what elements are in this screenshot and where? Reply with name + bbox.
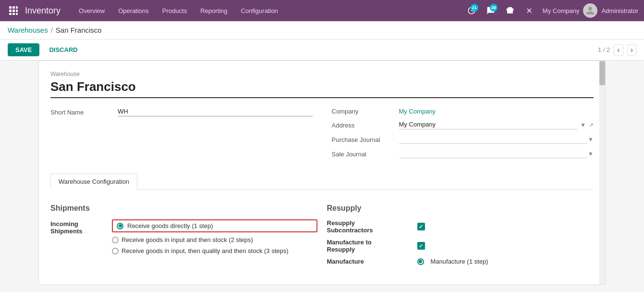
company-value[interactable]: My Company	[399, 108, 436, 115]
breadcrumb-current: San Francisco	[56, 26, 102, 34]
incoming-shipments-row: Incoming Shipments Receive goods directl…	[50, 219, 317, 254]
next-button[interactable]: ›	[627, 44, 636, 56]
config-section: Shipments Incoming Shipments Receive goo…	[50, 199, 594, 275]
manufacture-resupply-label: Manufacture toResupply	[327, 239, 413, 253]
nav-admin[interactable]: Administrator	[601, 7, 638, 14]
shipments-section: Shipments Incoming Shipments Receive goo…	[50, 204, 317, 270]
messages-icon[interactable]: 38	[483, 3, 498, 18]
resupply-subcontractors-label: ResupplySubcontractors	[327, 219, 413, 234]
manufacture-label: Manufacture	[327, 258, 413, 265]
short-name-value[interactable]: WH	[118, 108, 313, 116]
breadcrumb-separator: /	[51, 26, 53, 34]
pagination-text: 1 / 2	[598, 46, 610, 53]
resupply-title: Resupply	[327, 204, 594, 213]
company-field: Company My Company	[332, 108, 594, 115]
address-value[interactable]: My Company	[399, 121, 578, 129]
prev-button[interactable]: ‹	[614, 44, 623, 56]
svg-rect-2	[16, 6, 18, 9]
scrollbar-thumb	[599, 61, 605, 85]
address-label: Address	[332, 122, 399, 129]
svg-rect-4	[12, 10, 15, 12]
fields-grid: Short Name WH Company My Company Address…	[50, 108, 594, 164]
nav-company[interactable]: My Company	[543, 7, 580, 14]
breadcrumb-link[interactable]: Warehouses	[8, 26, 48, 34]
nav-reporting[interactable]: Reporting	[194, 0, 234, 21]
svg-rect-0	[9, 6, 12, 9]
sale-journal-value[interactable]	[399, 150, 588, 158]
nav-right-actions: 21 38 My Company Administrator	[464, 3, 638, 18]
incoming-shipments-label: Incoming Shipments	[50, 219, 108, 235]
app-title: Inventory	[25, 6, 61, 16]
scrollbar-track[interactable]	[599, 61, 605, 284]
manufacture-resupply-checkbox[interactable]	[417, 242, 425, 250]
messages-badge: 38	[490, 4, 498, 12]
gift-icon[interactable]	[502, 3, 518, 18]
left-fields: Short Name WH	[50, 108, 313, 164]
purchase-journal-field: Purchase Journal ▼	[332, 135, 594, 144]
top-navigation: Inventory Overview Operations Products R…	[0, 0, 644, 21]
sale-journal-field: Sale Journal ▼	[332, 150, 594, 158]
save-button[interactable]: SAVE	[8, 43, 39, 56]
radio-option-1[interactable]	[117, 223, 123, 229]
svg-rect-5	[16, 10, 18, 12]
radio-option-2-label: Receive goods in input and then stock (2…	[122, 236, 253, 243]
nav-menu: Overview Operations Products Reporting C…	[72, 0, 464, 21]
activity-badge: 21	[471, 4, 478, 12]
nav-configuration[interactable]: Configuration	[234, 0, 285, 21]
address-select: My Company ▼ ↗	[399, 121, 594, 129]
manufacture-row: Manufacture Manufacture (1 step)	[327, 258, 594, 265]
svg-rect-7	[12, 13, 15, 15]
incoming-option-2: Receive goods in input and then stock (2…	[112, 236, 317, 243]
main-content: Warehouse San Francisco Short Name WH Co…	[0, 61, 644, 290]
resupply-subcontractors-checkbox[interactable]	[417, 223, 425, 230]
right-fields: Company My Company Address My Company ▼ …	[332, 108, 594, 164]
address-dropdown-arrow[interactable]: ▼	[580, 122, 586, 128]
address-external-link[interactable]: ↗	[589, 122, 594, 128]
activity-icon[interactable]: 21	[464, 3, 479, 18]
pagination-control: 1 / 2 ‹ ›	[598, 44, 636, 56]
address-field: Address My Company ▼ ↗	[332, 121, 594, 129]
manufacture-radio[interactable]	[417, 258, 424, 265]
svg-rect-6	[9, 13, 12, 15]
warehouse-name[interactable]: San Francisco	[50, 79, 594, 98]
manufacture-resupply-row: Manufacture toResupply	[327, 239, 594, 253]
sale-journal-arrow[interactable]: ▼	[588, 151, 594, 157]
shipments-title: Shipments	[50, 204, 317, 213]
purchase-journal-value[interactable]	[399, 135, 588, 144]
purchase-journal-select: ▼	[399, 135, 594, 144]
svg-rect-1	[12, 6, 15, 9]
warehouse-label: Warehouse	[50, 71, 594, 77]
company-label: Company	[332, 108, 399, 115]
short-name-field: Short Name WH	[50, 108, 313, 116]
sale-journal-select: ▼	[399, 150, 594, 158]
tab-bar: Warehouse Configuration	[50, 174, 594, 190]
breadcrumb: Warehouses / San Francisco	[0, 21, 644, 39]
tab-warehouse-configuration[interactable]: Warehouse Configuration	[50, 174, 137, 190]
resupply-subcontractors-row: ResupplySubcontractors	[327, 219, 594, 234]
sale-journal-label: Sale Journal	[332, 151, 399, 158]
close-icon[interactable]	[522, 3, 537, 18]
incoming-options: Receive goods directly (1 step) Receive …	[112, 219, 317, 254]
radio-option-3-label: Receive goods in input, then quality and…	[122, 247, 289, 254]
action-left: SAVE DISCARD	[8, 43, 84, 56]
radio-option-2[interactable]	[112, 237, 119, 243]
nav-products[interactable]: Products	[156, 0, 194, 21]
purchase-journal-label: Purchase Journal	[332, 136, 399, 143]
radio-option-1-label: Receive goods directly (1 step)	[127, 222, 213, 229]
avatar[interactable]	[583, 3, 597, 18]
short-name-label: Short Name	[50, 109, 118, 116]
purchase-journal-arrow[interactable]: ▼	[588, 136, 594, 143]
action-bar: SAVE DISCARD 1 / 2 ‹ ›	[0, 39, 644, 61]
discard-button[interactable]: DISCARD	[43, 43, 83, 56]
nav-overview[interactable]: Overview	[72, 0, 111, 21]
incoming-option-1-highlight: Receive goods directly (1 step)	[112, 219, 317, 232]
radio-option-3[interactable]	[112, 248, 119, 254]
warehouse-name-section: Warehouse San Francisco	[50, 71, 594, 98]
nav-operations[interactable]: Operations	[111, 0, 156, 21]
svg-rect-8	[16, 13, 18, 15]
grid-icon[interactable]	[6, 3, 21, 18]
form-card: Warehouse San Francisco Short Name WH Co…	[38, 61, 606, 285]
incoming-option-3: Receive goods in input, then quality and…	[112, 247, 317, 254]
svg-rect-3	[9, 10, 12, 12]
resupply-section: Resupply ResupplySubcontractors Manufact…	[327, 204, 594, 270]
